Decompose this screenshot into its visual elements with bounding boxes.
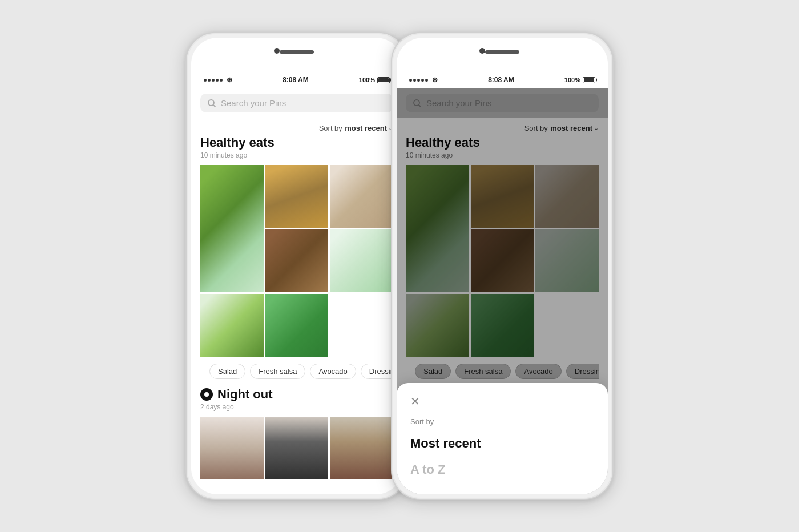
screen-left: Search your Pins Sort by most recent ⌄ H… (191, 88, 402, 494)
camera-right (479, 48, 485, 54)
board-title-healthy-left[interactable]: Healthy eats (200, 135, 393, 150)
board-icon-night-left (200, 388, 213, 401)
photo-tacos-bottom-left[interactable] (265, 229, 329, 292)
status-bar-right: ⊛ 8:08 AM 100% (397, 72, 608, 88)
sort-value-left[interactable]: most recent (345, 124, 387, 132)
screen-right: Search your Pins Sort by most recent ⌄ H… (397, 88, 608, 494)
wifi-icon: ⊛ (227, 76, 232, 84)
battery-pct-left: 100% (359, 76, 375, 83)
status-left: ⊛ (204, 76, 232, 84)
photo-grid-night-left (200, 417, 393, 479)
photo-fashion1-left[interactable] (200, 417, 264, 479)
board-time-night-left: 2 days ago (200, 403, 393, 411)
photo-salad-left[interactable] (200, 165, 264, 292)
sort-overlay-sheet[interactable]: ✕ Sort by Most recent A to Z (397, 383, 608, 494)
search-icon-left (207, 99, 216, 108)
wifi-icon-right: ⊛ (432, 76, 438, 84)
tag-fresh-salsa-left[interactable]: Fresh salsa (250, 364, 305, 379)
time-left: 8:08 AM (283, 76, 309, 84)
signal-dots (204, 79, 223, 82)
phone-right: ⊛ 8:08 AM 100% (391, 32, 614, 500)
photo-fashion3-left[interactable] (330, 417, 393, 479)
sort-label-left: Sort by (319, 124, 342, 132)
time-right: 8:08 AM (488, 76, 514, 84)
status-left-right: ⊛ (409, 76, 438, 84)
tag-dressing-left[interactable]: Dressing (361, 364, 393, 379)
tags-row-healthy-left: Salad Fresh salsa Avocado Dressing T (200, 364, 393, 379)
phone-top-bar-right (397, 38, 608, 72)
tag-salad-left[interactable]: Salad (209, 364, 245, 379)
overlay-option-recent[interactable]: Most recent (410, 430, 594, 457)
board-title-night-left[interactable]: Night out (200, 387, 393, 402)
overlay-sort-label: Sort by (410, 417, 594, 426)
signal-dots-right (409, 79, 428, 82)
phone-left: ⊛ 8:08 AM 100% (185, 32, 408, 500)
board-healthy-left: Healthy eats 10 minutes ago (191, 135, 402, 387)
sort-row-left: Sort by most recent ⌄ (191, 118, 402, 135)
search-input-wrapper-left[interactable]: Search your Pins (200, 94, 393, 112)
speaker-right (485, 50, 519, 54)
battery-icon-left (377, 77, 390, 83)
photo-fashion2-left[interactable] (265, 417, 329, 479)
board-time-healthy-left: 10 minutes ago (200, 151, 393, 159)
photo-tacos-top-left[interactable] (265, 165, 329, 228)
status-bar-left: ⊛ 8:08 AM 100% (191, 72, 402, 88)
battery-pct-right: 100% (564, 76, 580, 83)
phone-top-bar-left (191, 38, 402, 72)
tag-avocado-left[interactable]: Avocado (310, 364, 356, 379)
battery-area-right: 100% (564, 76, 595, 83)
overlay-close-button[interactable]: ✕ (410, 394, 594, 408)
photo-cabbage-left[interactable] (265, 294, 329, 357)
search-bar-left[interactable]: Search your Pins (191, 88, 402, 118)
board-night-left: Night out 2 days ago (191, 387, 402, 479)
battery-icon-right (583, 77, 595, 83)
photo-gooseberry-left[interactable] (330, 229, 393, 292)
photo-herbs-left[interactable] (200, 294, 264, 357)
photo-bowl-left[interactable] (330, 165, 393, 228)
speaker-left (280, 50, 314, 54)
svg-line-1 (213, 105, 215, 107)
camera-left (274, 48, 280, 54)
battery-area-left: 100% (359, 76, 390, 83)
photo-grid-healthy-left (200, 165, 393, 357)
overlay-option-atoz[interactable]: A to Z (410, 457, 594, 483)
search-placeholder-left: Search your Pins (221, 98, 286, 108)
